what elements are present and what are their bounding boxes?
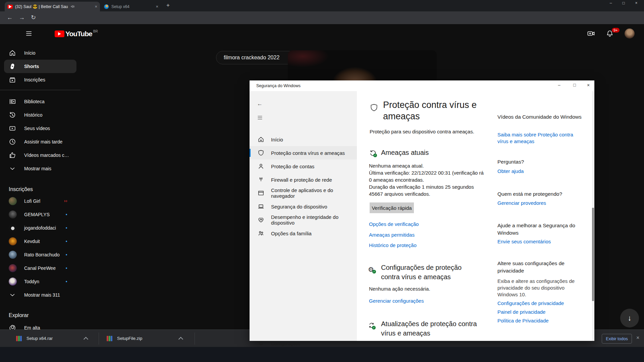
help-improve-title: Ajude a melhorar a Segurança do Windows	[497, 222, 582, 237]
close-downloads-bar-icon[interactable]: ×	[636, 335, 639, 341]
chevron-up-icon[interactable]	[178, 337, 183, 341]
privacy-body: Exiba e altere as configurações de priva…	[497, 278, 582, 298]
tab-close-icon[interactable]: ×	[156, 4, 158, 9]
tab-close-icon[interactable]: ×	[95, 4, 97, 9]
channel-name: Toddyn	[24, 279, 39, 284]
nav-label: Proteção contra vírus e ameaças	[271, 150, 345, 156]
nav-item-device-security[interactable]: Segurança do dispositivo	[250, 200, 357, 213]
nav-label: Proteção de contas	[271, 164, 314, 169]
shorts-icon	[9, 63, 16, 70]
history-icon	[9, 111, 16, 119]
channel-kevduit[interactable]: Kevduit	[0, 235, 80, 248]
browser-toolbar: ← → ↻ youtube.com /shorts/rYiXjFQBW_4 ☆ …	[0, 11, 644, 24]
nav-item-app-browser-control[interactable]: Controle de aplicativos e do navegador	[250, 186, 357, 200]
channel-avatar	[9, 264, 17, 272]
download-item-setupfile-zip[interactable]: SetupFile.zip	[107, 330, 182, 347]
nav-item-family-options[interactable]: Opções da família	[250, 227, 357, 240]
protection-updates-icon: ✓	[368, 322, 375, 330]
windows-security-dialog: Segurança do Windows – □ × ← Início Prot…	[250, 80, 594, 341]
channel-lofi-girl[interactable]: Lofi Girl	[0, 194, 80, 208]
reload-icon[interactable]: ↻	[31, 14, 36, 20]
your-videos-icon	[9, 125, 16, 132]
sidebar-item-inscricoes[interactable]: Inscrições	[0, 73, 80, 86]
dialog-title: Segurança do Windows	[256, 83, 301, 88]
quick-scan-button[interactable]: Verificação rápida	[370, 202, 414, 213]
dialog-scrollbar-track[interactable]	[592, 91, 594, 341]
check-badge: ✓	[373, 154, 377, 157]
channel-jogandofoddaci[interactable]: jogandofoddaci	[0, 221, 80, 235]
dialog-title-bar[interactable]: Segurança do Windows – □ ×	[250, 80, 594, 91]
new-tab-button[interactable]: +	[166, 2, 170, 9]
privacy-policy-link[interactable]: Política de Privacidade	[497, 318, 549, 323]
channel-toddyn[interactable]: Toddyn	[0, 275, 80, 288]
allowed-threats-link[interactable]: Ameaças permitidas	[369, 232, 415, 238]
threat-line: 0 ameaças encontradas.	[369, 176, 496, 183]
nav-back-icon[interactable]: ←	[257, 101, 263, 107]
sidebar-item-historico[interactable]: Histórico	[0, 108, 80, 122]
nav-label: Controle de aplicativos e do navegador	[271, 187, 357, 199]
browser-minimize-button[interactable]: –	[604, 1, 617, 5]
forward-icon[interactable]: →	[19, 14, 25, 20]
send-feedback-link[interactable]: Envie seus comentários	[497, 239, 551, 244]
browser-tab-strip: (32) Saul 😎 | Better Call Sau × Setup x6…	[0, 0, 644, 11]
create-video-icon[interactable]	[587, 29, 595, 38]
browser-tab-setup[interactable]: Setup x64 ×	[101, 2, 161, 11]
guide-hamburger-icon[interactable]	[25, 30, 33, 37]
shorts-next-button[interactable]: ↓	[620, 309, 639, 327]
screen: (32) Saul 😎 | Better Call Sau × Setup x6…	[0, 0, 644, 362]
account-avatar[interactable]	[625, 28, 635, 39]
sidebar-item-videos-marcados[interactable]: Vídeos marcados c…	[0, 148, 80, 162]
sidebar-item-seus-videos[interactable]: Seus vídeos	[0, 122, 80, 135]
downloads-divider	[195, 333, 195, 345]
channel-canal-peewee[interactable]: Canal PeeWee	[0, 261, 80, 275]
youtube-country-code: BR	[93, 29, 98, 33]
sidebar-item-biblioteca[interactable]: Biblioteca	[0, 95, 80, 108]
manage-settings-link[interactable]: Gerenciar configurações	[369, 298, 424, 304]
channel-name: Lofi Girl	[24, 198, 40, 204]
browser-close-button[interactable]: ×	[630, 1, 643, 5]
sidebar-label: Seus vídeos	[24, 126, 50, 131]
youtube-header: YouTube BR × 9+	[0, 24, 644, 43]
nav-hamburger-icon[interactable]	[257, 115, 263, 121]
manage-providers-link[interactable]: Gerenciar provedores	[497, 200, 546, 206]
shield-icon	[370, 103, 378, 112]
sidebar-item-inicio[interactable]: Início	[0, 46, 80, 60]
community-link[interactable]: Saiba mais sobre Proteção contra vírus e…	[497, 131, 582, 145]
tab-audio-icon[interactable]	[70, 4, 75, 9]
channel-gemaplys[interactable]: GEMAPLYS	[0, 208, 80, 221]
dialog-scrollbar-thumb[interactable]	[592, 208, 594, 301]
channel-avatar	[9, 278, 17, 286]
channel-rato-borrachudo[interactable]: Rato Borrachudo	[0, 248, 80, 261]
nav-item-inicio[interactable]: Início	[250, 133, 357, 146]
browser-maximize-button[interactable]: □	[617, 1, 630, 5]
protection-settings-status: Nenhuma ação necessária.	[369, 286, 430, 292]
channel-name: GEMAPLYS	[24, 212, 50, 217]
privacy-title: Altere suas configurações de privacidade	[497, 260, 582, 275]
nav-item-device-performance[interactable]: Desempenho e integridade do dispositivo	[250, 213, 357, 227]
dialog-close-button[interactable]: ×	[582, 82, 594, 88]
nav-item-firewall[interactable]: Firewall e proteção de rede	[250, 173, 357, 186]
sidebar-item-mostrar-mais-311[interactable]: Mostrar mais 311	[0, 288, 80, 302]
nav-label: Opções da família	[271, 231, 312, 236]
who-protects-title: Quem está me protegendo?	[497, 191, 562, 197]
scan-options-link[interactable]: Opções de verificação	[369, 221, 419, 227]
sidebar-item-shorts-active[interactable]: Shorts	[4, 60, 76, 73]
nav-item-account-protection[interactable]: Proteção de contas	[250, 160, 357, 173]
nav-label: Desempenho e integridade do dispositivo	[271, 214, 357, 226]
protection-history-link[interactable]: Histórico de proteção	[369, 242, 417, 248]
youtube-logo[interactable]: YouTube BR	[55, 30, 98, 38]
download-item-setup-rar[interactable]: Setup x64.rar	[16, 330, 88, 347]
get-help-link[interactable]: Obter ajuda	[497, 168, 524, 174]
dialog-maximize-button[interactable]: □	[567, 82, 582, 87]
back-icon[interactable]: ←	[7, 14, 13, 20]
nav-item-virus-protection[interactable]: Proteção contra vírus e ameaças	[250, 146, 357, 160]
sidebar-item-assistir-mais-tarde[interactable]: Assistir mais tarde	[0, 135, 80, 148]
sidebar-item-mostrar-mais[interactable]: Mostrar mais	[0, 162, 80, 175]
chevron-up-icon[interactable]	[84, 337, 88, 341]
sidebar-label: Vídeos marcados c…	[24, 153, 69, 158]
browser-tab-youtube[interactable]: (32) Saul 😎 | Better Call Sau ×	[5, 2, 100, 11]
privacy-settings-link[interactable]: Configurações de privacidade	[497, 300, 564, 306]
dialog-minimize-button[interactable]: –	[551, 82, 567, 87]
privacy-dashboard-link[interactable]: Painel de privacidade	[497, 309, 545, 315]
show-all-downloads-button[interactable]: Exibir todos	[602, 334, 632, 344]
